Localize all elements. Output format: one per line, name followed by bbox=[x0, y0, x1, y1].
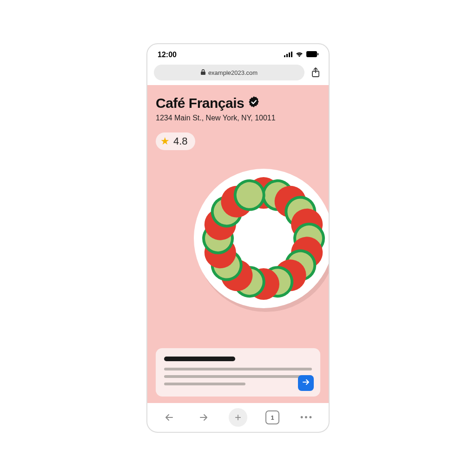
phone-frame: 12:00 example2023.com bbox=[146, 43, 330, 433]
browser-bottom-bar: + 1 ••• bbox=[147, 403, 329, 432]
dish-illustration bbox=[189, 164, 329, 313]
svg-point-43 bbox=[236, 211, 291, 266]
browser-toolbar: example2023.com bbox=[147, 62, 329, 85]
wifi-icon bbox=[295, 51, 304, 59]
svg-rect-0 bbox=[284, 55, 285, 57]
arrow-right-icon bbox=[302, 378, 310, 388]
star-icon: ★ bbox=[160, 136, 170, 146]
address-url: example2023.com bbox=[208, 69, 258, 76]
card-action-button[interactable] bbox=[298, 375, 314, 391]
rating-value: 4.8 bbox=[173, 135, 188, 147]
restaurant-address: 1234 Main St., New York, NY, 10011 bbox=[156, 114, 320, 122]
more-icon: ••• bbox=[300, 413, 313, 423]
battery-icon bbox=[306, 51, 318, 59]
info-card bbox=[156, 348, 320, 397]
svg-rect-1 bbox=[286, 54, 288, 57]
back-button[interactable] bbox=[160, 408, 178, 427]
svg-rect-3 bbox=[291, 52, 292, 57]
address-bar[interactable]: example2023.com bbox=[154, 65, 304, 80]
svg-rect-5 bbox=[317, 53, 318, 55]
restaurant-title: Café Français bbox=[156, 95, 320, 111]
svg-rect-6 bbox=[201, 72, 205, 75]
status-time: 12:00 bbox=[158, 51, 177, 59]
share-button[interactable] bbox=[309, 66, 322, 79]
svg-rect-4 bbox=[306, 51, 317, 57]
page-content: Café Français 1234 Main St., New York, N… bbox=[147, 85, 329, 403]
card-text-placeholder bbox=[164, 383, 245, 385]
svg-rect-2 bbox=[289, 53, 290, 57]
tabs-button[interactable]: 1 bbox=[263, 408, 282, 427]
card-text-placeholder bbox=[164, 368, 312, 370]
card-heading-placeholder bbox=[164, 357, 235, 361]
plus-icon: + bbox=[235, 411, 241, 424]
forward-button[interactable] bbox=[194, 408, 213, 427]
lock-icon bbox=[201, 69, 205, 76]
card-text-placeholder bbox=[164, 375, 312, 378]
menu-button[interactable]: ••• bbox=[298, 408, 316, 427]
new-tab-button[interactable]: + bbox=[229, 408, 247, 427]
tab-count: 1 bbox=[265, 410, 279, 424]
restaurant-name: Café Français bbox=[156, 95, 244, 111]
signal-icon bbox=[284, 51, 292, 59]
verified-badge-icon bbox=[248, 95, 260, 111]
status-bar: 12:00 bbox=[147, 44, 329, 62]
rating-pill: ★ 4.8 bbox=[156, 132, 195, 150]
